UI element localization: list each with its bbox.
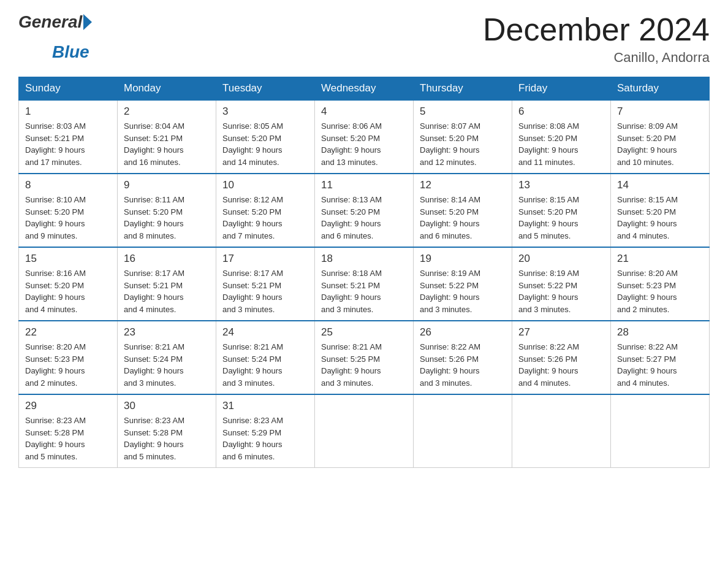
day-info: Sunrise: 8:17 AM Sunset: 5:21 PM Dayligh… (124, 267, 210, 315)
day-number: 31 (222, 400, 308, 412)
calendar-cell: 5 Sunrise: 8:07 AM Sunset: 5:20 PM Dayli… (414, 100, 512, 174)
day-info: Sunrise: 8:16 AM Sunset: 5:20 PM Dayligh… (25, 267, 111, 315)
week-row-2: 8 Sunrise: 8:10 AM Sunset: 5:20 PM Dayli… (19, 174, 710, 247)
calendar-cell: 17 Sunrise: 8:17 AM Sunset: 5:21 PM Dayl… (216, 247, 315, 321)
title-block: December 2024 Canillo, Andorra (483, 12, 710, 66)
day-info: Sunrise: 8:15 AM Sunset: 5:20 PM Dayligh… (617, 194, 703, 242)
day-info: Sunrise: 8:10 AM Sunset: 5:20 PM Dayligh… (25, 194, 111, 242)
day-info: Sunrise: 8:15 AM Sunset: 5:20 PM Dayligh… (518, 194, 604, 242)
calendar-subtitle: Canillo, Andorra (483, 50, 710, 66)
calendar-cell: 11 Sunrise: 8:13 AM Sunset: 5:20 PM Dayl… (315, 174, 414, 247)
day-number: 6 (518, 105, 604, 118)
calendar-cell: 18 Sunrise: 8:18 AM Sunset: 5:21 PM Dayl… (315, 247, 414, 321)
col-monday: Monday (118, 77, 216, 101)
calendar-cell: 31 Sunrise: 8:23 AM Sunset: 5:29 PM Dayl… (216, 394, 315, 468)
day-number: 22 (25, 326, 111, 339)
day-number: 7 (617, 105, 703, 118)
day-number: 19 (420, 253, 506, 265)
day-info: Sunrise: 8:22 AM Sunset: 5:26 PM Dayligh… (518, 341, 604, 389)
day-number: 16 (124, 253, 210, 265)
day-number: 20 (518, 253, 604, 265)
day-info: Sunrise: 8:04 AM Sunset: 5:21 PM Dayligh… (124, 120, 210, 168)
day-info: Sunrise: 8:17 AM Sunset: 5:21 PM Dayligh… (222, 267, 308, 315)
week-row-5: 29 Sunrise: 8:23 AM Sunset: 5:28 PM Dayl… (19, 394, 710, 468)
day-info: Sunrise: 8:11 AM Sunset: 5:20 PM Dayligh… (124, 194, 210, 242)
header-row: Sunday Monday Tuesday Wednesday Thursday… (19, 77, 710, 101)
day-number: 13 (518, 179, 604, 191)
day-number: 1 (25, 105, 111, 118)
calendar-cell: 30 Sunrise: 8:23 AM Sunset: 5:28 PM Dayl… (118, 394, 216, 468)
day-info: Sunrise: 8:07 AM Sunset: 5:20 PM Dayligh… (420, 120, 506, 168)
calendar-cell: 24 Sunrise: 8:21 AM Sunset: 5:24 PM Dayl… (216, 321, 315, 394)
calendar-cell: 10 Sunrise: 8:12 AM Sunset: 5:20 PM Dayl… (216, 174, 315, 247)
day-number: 5 (420, 105, 506, 118)
day-info: Sunrise: 8:23 AM Sunset: 5:29 PM Dayligh… (222, 415, 308, 462)
day-info: Sunrise: 8:09 AM Sunset: 5:20 PM Dayligh… (617, 120, 703, 168)
day-number: 21 (617, 253, 703, 265)
day-number: 4 (321, 105, 407, 118)
calendar-cell: 14 Sunrise: 8:15 AM Sunset: 5:20 PM Dayl… (611, 174, 710, 247)
calendar-cell (611, 394, 710, 468)
day-info: Sunrise: 8:06 AM Sunset: 5:20 PM Dayligh… (321, 120, 407, 168)
calendar-cell: 22 Sunrise: 8:20 AM Sunset: 5:23 PM Dayl… (19, 321, 118, 394)
week-row-4: 22 Sunrise: 8:20 AM Sunset: 5:23 PM Dayl… (19, 321, 710, 394)
col-wednesday: Wednesday (315, 77, 414, 101)
day-number: 27 (518, 326, 604, 339)
calendar-cell: 1 Sunrise: 8:03 AM Sunset: 5:21 PM Dayli… (19, 100, 118, 174)
day-info: Sunrise: 8:22 AM Sunset: 5:27 PM Dayligh… (617, 341, 703, 389)
day-info: Sunrise: 8:08 AM Sunset: 5:20 PM Dayligh… (518, 120, 604, 168)
col-saturday: Saturday (611, 77, 710, 101)
calendar-cell (512, 394, 611, 468)
day-number: 15 (25, 253, 111, 265)
calendar-cell: 16 Sunrise: 8:17 AM Sunset: 5:21 PM Dayl… (118, 247, 216, 321)
calendar-cell: 6 Sunrise: 8:08 AM Sunset: 5:20 PM Dayli… (512, 100, 611, 174)
day-number: 17 (222, 253, 308, 265)
calendar-cell (414, 394, 512, 468)
day-info: Sunrise: 8:20 AM Sunset: 5:23 PM Dayligh… (25, 341, 111, 389)
calendar-cell (315, 394, 414, 468)
col-thursday: Thursday (414, 77, 512, 101)
calendar-cell: 15 Sunrise: 8:16 AM Sunset: 5:20 PM Dayl… (19, 247, 118, 321)
week-row-1: 1 Sunrise: 8:03 AM Sunset: 5:21 PM Dayli… (19, 100, 710, 174)
day-number: 26 (420, 326, 506, 339)
day-number: 30 (124, 400, 210, 412)
day-info: Sunrise: 8:05 AM Sunset: 5:20 PM Dayligh… (222, 120, 308, 168)
calendar-cell: 13 Sunrise: 8:15 AM Sunset: 5:20 PM Dayl… (512, 174, 611, 247)
day-info: Sunrise: 8:23 AM Sunset: 5:28 PM Dayligh… (124, 415, 210, 462)
calendar-cell: 23 Sunrise: 8:21 AM Sunset: 5:24 PM Dayl… (118, 321, 216, 394)
day-number: 29 (25, 400, 111, 412)
calendar-cell: 7 Sunrise: 8:09 AM Sunset: 5:20 PM Dayli… (611, 100, 710, 174)
calendar-cell: 28 Sunrise: 8:22 AM Sunset: 5:27 PM Dayl… (611, 321, 710, 394)
col-friday: Friday (512, 77, 611, 101)
calendar-cell: 19 Sunrise: 8:19 AM Sunset: 5:22 PM Dayl… (414, 247, 512, 321)
day-info: Sunrise: 8:23 AM Sunset: 5:28 PM Dayligh… (25, 415, 111, 462)
day-info: Sunrise: 8:21 AM Sunset: 5:24 PM Dayligh… (222, 341, 308, 389)
day-info: Sunrise: 8:21 AM Sunset: 5:24 PM Dayligh… (124, 341, 210, 389)
day-number: 24 (222, 326, 308, 339)
day-number: 25 (321, 326, 407, 339)
calendar-cell: 25 Sunrise: 8:21 AM Sunset: 5:25 PM Dayl… (315, 321, 414, 394)
day-number: 9 (124, 179, 210, 191)
day-number: 18 (321, 253, 407, 265)
day-number: 12 (420, 179, 506, 191)
day-info: Sunrise: 8:19 AM Sunset: 5:22 PM Dayligh… (518, 267, 604, 315)
calendar-cell: 12 Sunrise: 8:14 AM Sunset: 5:20 PM Dayl… (414, 174, 512, 247)
logo-blue-text: Blue (52, 42, 89, 61)
calendar-cell: 27 Sunrise: 8:22 AM Sunset: 5:26 PM Dayl… (512, 321, 611, 394)
calendar-title: December 2024 (483, 12, 710, 47)
day-info: Sunrise: 8:18 AM Sunset: 5:21 PM Dayligh… (321, 267, 407, 315)
day-number: 2 (124, 105, 210, 118)
calendar-cell: 21 Sunrise: 8:20 AM Sunset: 5:23 PM Dayl… (611, 247, 710, 321)
day-info: Sunrise: 8:20 AM Sunset: 5:23 PM Dayligh… (617, 267, 703, 315)
week-row-3: 15 Sunrise: 8:16 AM Sunset: 5:20 PM Dayl… (19, 247, 710, 321)
calendar-cell: 2 Sunrise: 8:04 AM Sunset: 5:21 PM Dayli… (118, 100, 216, 174)
day-number: 3 (222, 105, 308, 118)
logo-general-text: General (18, 12, 82, 32)
day-number: 23 (124, 326, 210, 339)
calendar-cell: 3 Sunrise: 8:05 AM Sunset: 5:20 PM Dayli… (216, 100, 315, 174)
day-info: Sunrise: 8:22 AM Sunset: 5:26 PM Dayligh… (420, 341, 506, 389)
day-info: Sunrise: 8:14 AM Sunset: 5:20 PM Dayligh… (420, 194, 506, 242)
day-number: 11 (321, 179, 407, 191)
day-number: 10 (222, 179, 308, 191)
col-tuesday: Tuesday (216, 77, 315, 101)
